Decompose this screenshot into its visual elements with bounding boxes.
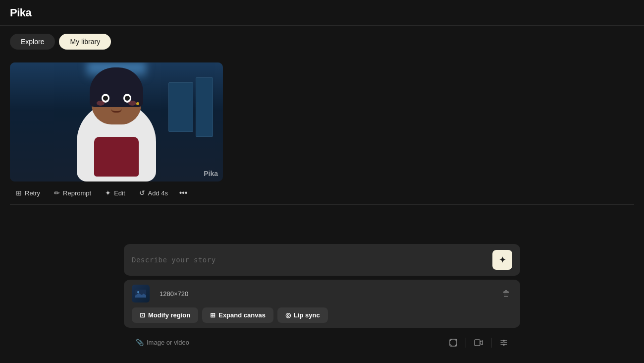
add4s-button[interactable]: ↺ Add 4s [133,186,174,200]
reprompt-icon: ✏ [54,189,60,197]
lip-sync-icon: ◎ [285,311,291,319]
retry-icon: ⊞ [16,189,22,197]
reprompt-button[interactable]: ✏ Reprompt [48,186,97,200]
toolbar-divider-2 [491,338,491,348]
more-button[interactable]: ••• [176,185,191,200]
edit-icon: ✦ [105,189,111,197]
svg-point-4 [503,340,505,342]
video-thumbnail[interactable]: Pika [10,62,223,182]
modify-region-icon: ⊡ [140,311,145,319]
attach-button[interactable]: 📎 Image or video [132,336,193,349]
image-details: 1280×720 [132,285,188,302]
app-logo: Pika [10,6,31,19]
svg-rect-3 [475,340,480,346]
cheek-right [128,101,136,106]
watermark: Pika [204,170,218,178]
image-dimensions: 1280×720 [160,290,188,298]
story-input-container: ✦ [124,244,520,276]
door2 [196,77,213,137]
earring [136,102,139,105]
nav-tabs: Explore My library [0,26,644,58]
action-buttons: ⊡ Modify region ⊞ Expand canvas ◎ Lip sy… [132,307,512,323]
video-card: Pika [10,62,223,182]
main-content: Pika ⊞ Retry ✏ Reprompt ✦ Edit ↺ Add 4s … [0,58,644,205]
image-info: 1280×720 🗑 [132,285,512,302]
delete-button[interactable]: 🗑 [500,287,512,300]
mouth [111,109,122,113]
cheek-left [97,101,105,106]
pupil-left [103,96,108,101]
add4s-icon: ↺ [139,189,145,197]
settings-icon-button[interactable] [495,336,512,349]
video-toolbar: ⊞ Retry ✏ Reprompt ✦ Edit ↺ Add 4s ••• [10,182,634,205]
tab-explore[interactable]: Explore [10,34,55,50]
bottom-toolbar-right [445,336,512,349]
eyes [102,94,131,103]
expand-canvas-icon: ⊞ [210,311,215,319]
tab-my-library[interactable]: My library [59,34,111,50]
head [92,70,141,124]
magic-button[interactable]: ✦ [492,250,512,270]
lip-sync-button[interactable]: ◎ Lip sync [277,307,328,323]
door1 [168,82,193,132]
modify-region-button[interactable]: ⊡ Modify region [132,307,198,323]
shirt [94,137,139,177]
svg-point-1 [137,291,139,293]
image-thumb [132,285,150,302]
expand-canvas-button[interactable]: ⊞ Expand canvas [202,307,273,323]
edit-button[interactable]: ✦ Edit [99,186,131,200]
attachment-row: 1280×720 🗑 ⊡ Modify region ⊞ Expand canv… [124,280,520,328]
character [67,67,166,182]
toolbar-divider [466,338,466,348]
expand-icon-button[interactable] [445,336,462,349]
video-icon-button[interactable] [470,337,487,348]
header: Pika [0,0,644,26]
pupil-right [125,96,130,101]
bottom-area: ✦ 1280×720 🗑 ⊡ Modify region [124,244,520,363]
bottom-toolbar: 📎 Image or video [124,332,520,353]
retry-button[interactable]: ⊞ Retry [10,186,46,200]
story-input[interactable] [132,256,492,264]
doctor-scene: Pika [10,62,223,182]
attach-icon: 📎 [136,339,144,346]
svg-point-5 [503,344,505,346]
